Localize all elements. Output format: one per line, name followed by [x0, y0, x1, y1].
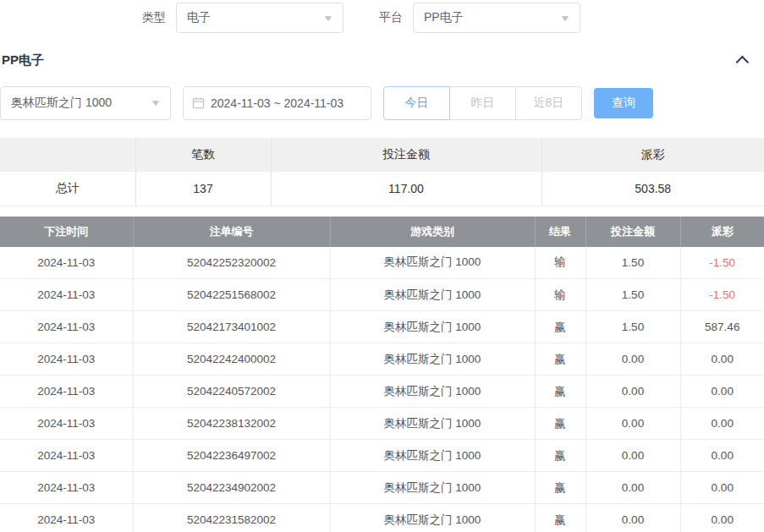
game-select[interactable]: 奥林匹斯之门 1000 ▼: [0, 86, 171, 120]
platform-label: 平台: [379, 10, 403, 25]
top-filter-bar: 类型 电子 ▼ 平台 PP电子 ▼: [0, 0, 764, 34]
cell-payout: -1.50: [680, 247, 764, 279]
calendar-icon: [192, 96, 205, 109]
cell-date: 2024-11-03: [0, 440, 133, 472]
cell-result: 输: [535, 247, 585, 279]
cell-date: 2024-11-03: [0, 472, 133, 504]
cell-amount: 0.00: [585, 408, 680, 440]
cell-payout: 0.00: [680, 408, 764, 440]
bets-table: 下注时间 注单编号 游戏类别 结果 投注金额 派彩 2024-11-03 520…: [0, 217, 764, 532]
platform-select[interactable]: PP电子 ▼: [413, 3, 580, 33]
table-row: 2024-11-03 52042234902002 奥林匹斯之门 1000 赢 …: [0, 472, 764, 504]
cell-bet-id: 52042231582002: [133, 504, 330, 532]
cell-result: 赢: [535, 343, 585, 376]
cell-date: 2024-11-03: [0, 247, 133, 279]
cell-payout: 0.00: [680, 472, 764, 504]
table-row: 2024-11-03 52042173401002 奥林匹斯之门 1000 赢 …: [0, 311, 764, 343]
table-row: 2024-11-03 52042251568002 奥林匹斯之门 1000 输 …: [0, 279, 764, 311]
cell-bet-id: 52042242400002: [133, 343, 330, 376]
cell-game: 奥林匹斯之门 1000: [330, 440, 535, 472]
page: 类型 电子 ▼ 平台 PP电子 ▼ PP电子 奥林匹斯之门 1000 ▼ 202: [0, 0, 764, 532]
quick-btn-last8days[interactable]: 近8日: [515, 86, 582, 120]
cell-game: 奥林匹斯之门 1000: [330, 472, 535, 504]
bet-table-body: 2024-11-03 52042252320002 奥林匹斯之门 1000 输 …: [0, 247, 764, 532]
quick-btn-today[interactable]: 今日: [383, 86, 450, 120]
cell-amount: 0.00: [585, 440, 680, 472]
summary-header-empty: [0, 138, 135, 172]
cell-date: 2024-11-03: [0, 279, 133, 311]
cell-game: 奥林匹斯之门 1000: [330, 247, 535, 279]
chevron-down-icon: ▼: [150, 98, 162, 107]
cell-payout: 0.00: [680, 440, 764, 472]
quick-range-group: 今日 昨日 近8日: [383, 86, 582, 120]
query-row: 奥林匹斯之门 1000 ▼ 2024-11-03 ~ 2024-11-03 今日…: [0, 85, 764, 120]
cell-bet-id: 52042173401002: [133, 311, 330, 343]
cell-result: 赢: [535, 408, 585, 440]
cell-amount: 1.50: [585, 247, 680, 279]
cell-amount: 0.00: [585, 376, 680, 408]
section-title: PP电子: [2, 52, 44, 69]
cell-game: 奥林匹斯之门 1000: [330, 376, 535, 408]
search-button[interactable]: 查询: [594, 88, 653, 118]
cell-date: 2024-11-03: [0, 408, 133, 440]
table-row: 2024-11-03 52042240572002 奥林匹斯之门 1000 赢 …: [0, 376, 764, 408]
cell-result: 赢: [535, 504, 585, 532]
chevron-down-icon: ▼: [322, 14, 334, 23]
cell-bet-id: 52042236497002: [133, 440, 330, 472]
date-range-value: 2024-11-03 ~ 2024-11-03: [211, 96, 344, 110]
cell-game: 奥林匹斯之门 1000: [330, 311, 535, 343]
summary-payout-value: 503.58: [541, 172, 764, 206]
bets-header-time: 下注时间: [0, 217, 133, 247]
table-row: 2024-11-03 52042231582002 奥林匹斯之门 1000 赢 …: [0, 504, 764, 532]
cell-bet-id: 52042240572002: [133, 376, 330, 408]
cell-payout: 0.00: [680, 376, 764, 408]
bets-header-row: 下注时间 注单编号 游戏类别 结果 投注金额 派彩: [0, 217, 764, 247]
cell-game: 奥林匹斯之门 1000: [330, 408, 535, 440]
summary-table: 笔数 投注金额 派彩 总计 137 117.00 503.58: [0, 138, 764, 206]
chevron-down-icon: ▼: [559, 14, 571, 23]
type-label: 类型: [142, 10, 166, 25]
summary-total-label: 总计: [0, 172, 135, 206]
cell-amount: 1.50: [585, 311, 680, 343]
quick-btn-yesterday[interactable]: 昨日: [449, 86, 516, 120]
cell-result: 赢: [535, 440, 585, 472]
cell-amount: 0.00: [585, 472, 680, 504]
date-range-input[interactable]: 2024-11-03 ~ 2024-11-03: [183, 86, 371, 120]
bets-header-bet-id: 注单编号: [133, 217, 330, 247]
cell-payout: 0.00: [680, 343, 764, 376]
cell-result: 赢: [535, 376, 585, 408]
cell-result: 赢: [535, 472, 585, 504]
summary-header-row: 笔数 投注金额 派彩: [0, 138, 764, 172]
cell-game: 奥林匹斯之门 1000: [330, 279, 535, 311]
section-header: PP电子: [0, 52, 764, 69]
cell-amount: 1.50: [585, 279, 680, 311]
cell-date: 2024-11-03: [0, 311, 133, 343]
cell-payout: -1.50: [680, 279, 764, 311]
cell-date: 2024-11-03: [0, 376, 133, 408]
table-row: 2024-11-03 52042252320002 奥林匹斯之门 1000 输 …: [0, 247, 764, 279]
cell-bet-id: 52042252320002: [133, 247, 330, 279]
table-row: 2024-11-03 52042238132002 奥林匹斯之门 1000 赢 …: [0, 408, 764, 440]
cell-bet-id: 52042238132002: [133, 408, 330, 440]
chevron-up-icon[interactable]: [736, 56, 750, 69]
summary-header-count: 笔数: [135, 138, 271, 172]
cell-payout: 0.00: [680, 504, 764, 532]
cell-date: 2024-11-03: [0, 343, 133, 376]
cell-amount: 0.00: [585, 343, 680, 376]
summary-count-value: 137: [135, 172, 271, 206]
cell-game: 奥林匹斯之门 1000: [330, 504, 535, 532]
cell-game: 奥林匹斯之门 1000: [330, 343, 535, 376]
cell-result: 输: [535, 279, 585, 311]
cell-date: 2024-11-03: [0, 504, 133, 532]
bets-header-game: 游戏类别: [330, 217, 535, 247]
cell-bet-id: 52042251568002: [133, 279, 330, 311]
cell-payout: 587.46: [680, 311, 764, 343]
bets-header-amount: 投注金额: [585, 217, 680, 247]
type-select-value: 电子: [187, 10, 211, 25]
platform-select-value: PP电子: [424, 10, 464, 25]
summary-header-payout: 派彩: [541, 138, 764, 172]
type-select[interactable]: 电子 ▼: [176, 3, 344, 33]
summary-header-bet-amount: 投注金额: [271, 138, 541, 172]
bets-header-result: 结果: [535, 217, 585, 247]
bets-header-payout: 派彩: [680, 217, 764, 247]
